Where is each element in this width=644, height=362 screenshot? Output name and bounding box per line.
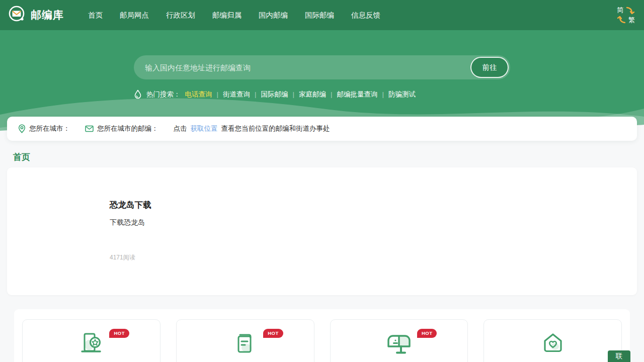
hot-badge: HOT	[263, 329, 283, 338]
separator: |	[382, 90, 384, 98]
hot-search-label: 热门搜索：	[146, 90, 181, 99]
nav-item-post-offices[interactable]: 邮局网点	[119, 8, 150, 23]
hot-badge: HOT	[417, 329, 437, 338]
article-view-count: 4171阅读	[110, 253, 151, 262]
top-navbar: 邮编库 首页 邮局网点 行政区划 邮编归属 国内邮编 国际邮编 信息反馈 简 繁	[0, 0, 644, 30]
nav-item-zip-attribution[interactable]: 邮编归属	[211, 8, 243, 23]
hot-link-anti-fraud-test[interactable]: 防骗测试	[388, 90, 416, 99]
search-bar: 前往	[134, 55, 510, 79]
separator: |	[255, 90, 257, 98]
article-description: 下载恐龙岛	[110, 218, 151, 227]
hot-link-international-zip[interactable]: 国际邮编	[261, 90, 288, 99]
article-thumbnail	[19, 179, 102, 280]
article-card[interactable]: 恐龙岛下载 下载恐龙岛 4171阅读	[7, 167, 637, 295]
separator: |	[331, 90, 333, 98]
hot-badge: HOT	[109, 329, 129, 338]
brand-title: 邮编库	[31, 8, 64, 22]
quick-card-school-district[interactable]: HOT 对口学区查询	[176, 319, 314, 362]
nav-item-domestic-zip[interactable]: 国内邮编	[258, 8, 289, 23]
search-go-button[interactable]: 前往	[470, 57, 509, 78]
separator: |	[217, 90, 219, 98]
brand-logo[interactable]: 邮编库	[8, 5, 64, 25]
address-search-input[interactable]	[134, 55, 510, 79]
contact-float-button[interactable]: 联	[608, 350, 630, 362]
school-district-icon	[232, 330, 258, 357]
location-hint-text: 查看您当前位置的邮编和街道办事处	[221, 124, 330, 133]
envelope-magnifier-logo-icon	[8, 5, 26, 25]
hot-link-street-lookup[interactable]: 街道查询	[223, 90, 250, 99]
nav-item-home[interactable]: 首页	[87, 8, 104, 23]
get-location-link[interactable]: 获取位置	[191, 124, 218, 133]
swap-arrows-icon	[616, 5, 636, 26]
current-city-label: 您所在城市：	[29, 124, 70, 133]
community-house-icon	[540, 330, 566, 357]
street-office-icon	[78, 330, 104, 357]
simplified-traditional-toggle[interactable]: 简 繁	[616, 5, 636, 26]
main-nav: 首页 邮局网点 行政区划 邮编归属 国内邮编 国际邮编 信息反馈	[87, 8, 381, 23]
quick-card-community-committee[interactable]: 社区居委会	[484, 319, 622, 362]
home-mailbox-icon	[386, 330, 412, 357]
current-city-zip-label: 您所在城市的邮编：	[97, 124, 158, 133]
article-title[interactable]: 恐龙岛下载	[110, 200, 151, 211]
click-text: 点击	[174, 124, 187, 133]
hot-search-row: 热门搜索： 电话查询 | 街道查询 | 国际邮编 | 家庭邮编 | 邮编批量查询…	[134, 89, 510, 99]
nav-item-admin-divisions[interactable]: 行政区划	[165, 8, 196, 23]
nav-item-feedback[interactable]: 信息反馈	[350, 8, 381, 23]
separator: |	[293, 90, 295, 98]
hot-link-home-zip[interactable]: 家庭邮编	[299, 90, 326, 99]
flame-icon	[134, 89, 142, 99]
mail-icon	[85, 125, 94, 132]
location-bar: 您所在城市： 您所在城市的邮编： 点击 获取位置 查看您当前位置的邮编和街道办事…	[7, 117, 637, 141]
quick-card-home-postal-code[interactable]: HOT 家庭邮政编码	[330, 319, 468, 362]
page-title: 首页	[13, 151, 637, 163]
nav-item-international-zip[interactable]: 国际邮编	[304, 8, 335, 23]
main-content: 首页 恐龙岛下载 下载恐龙岛 4171阅读 HOT 街道办事处	[0, 151, 644, 362]
hot-link-batch-zip-lookup[interactable]: 邮编批量查询	[337, 90, 378, 99]
quick-card-street-office[interactable]: HOT 街道办事处	[22, 319, 160, 362]
quick-links-panel: HOT 街道办事处 HOT 对口学区查询	[14, 309, 630, 362]
location-pin-icon	[18, 124, 26, 133]
hot-link-phone-lookup[interactable]: 电话查询	[185, 90, 212, 99]
